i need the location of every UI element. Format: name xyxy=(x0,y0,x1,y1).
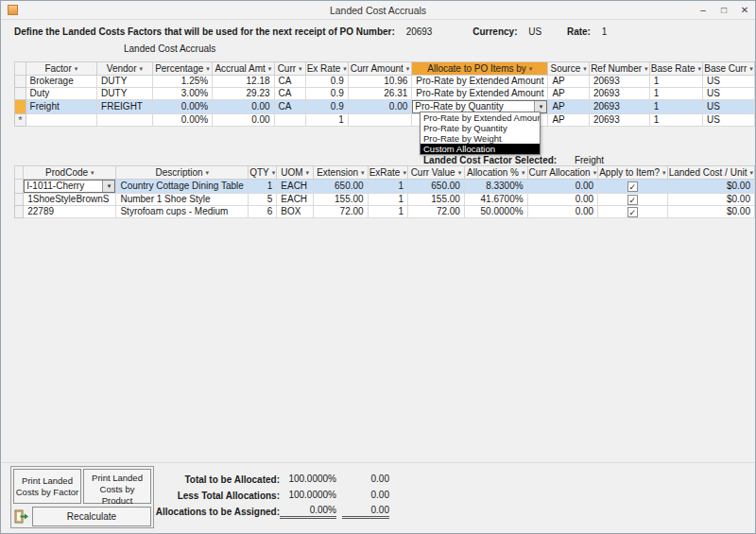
column-header-prodcode[interactable]: ProdCode▾ xyxy=(24,166,116,180)
row-selector[interactable] xyxy=(15,76,26,88)
cell-accrual-amt[interactable]: 0.00 xyxy=(213,100,274,114)
cell-base-rate[interactable]: 1 xyxy=(649,114,702,127)
cell-curr-value[interactable]: 155.00 xyxy=(407,194,464,206)
row-selector[interactable]: * xyxy=(15,114,26,127)
column-dropdown-icon[interactable]: ▾ xyxy=(662,169,666,177)
cell-curr-allocation[interactable]: 0.00 xyxy=(527,194,598,206)
cell-allocation[interactable]: 8.3300% xyxy=(464,180,527,194)
cell-landed-cost-unit[interactable]: $0.00 xyxy=(667,180,754,194)
cell-percentage[interactable]: 0.00% xyxy=(152,114,212,127)
cell-description[interactable]: Country Cottage Dining Table xyxy=(116,180,249,194)
cell-factor[interactable] xyxy=(26,114,96,127)
column-dropdown-icon[interactable]: ▾ xyxy=(593,169,597,177)
cell-percentage[interactable]: 1.25% xyxy=(152,76,212,88)
combo-dropdown-button[interactable]: ▾ xyxy=(102,181,114,192)
column-header-curr-value[interactable]: Curr Value▾ xyxy=(407,166,464,180)
cell-accrual-amt[interactable]: 12.18 xyxy=(213,76,274,88)
column-dropdown-icon[interactable]: ▾ xyxy=(299,65,302,73)
cell-curr-value[interactable]: 650.00 xyxy=(407,180,464,194)
column-header-landed-cost-unit[interactable]: Landed Cost / Unit▾ xyxy=(667,166,754,180)
column-header-source[interactable]: Source▾ xyxy=(548,62,589,76)
cell-qty[interactable]: 6 xyxy=(249,206,277,218)
cell-curr[interactable]: CA xyxy=(274,100,305,114)
cell-extension[interactable]: 650.00 xyxy=(314,180,369,194)
cell-source[interactable]: AP xyxy=(548,100,589,114)
cell-accrual-amt[interactable]: 0.00 xyxy=(213,114,274,127)
cell-uom[interactable]: EACH xyxy=(277,194,314,206)
column-header-accrual-amt[interactable]: Accrual Amt▾ xyxy=(213,62,274,76)
cell-curr-value[interactable]: 72.00 xyxy=(407,206,464,218)
column-dropdown-icon[interactable]: ▾ xyxy=(697,65,701,73)
cell-description[interactable]: Styrofoam cups - Medium xyxy=(116,206,249,218)
cell-base-curr[interactable]: US xyxy=(703,100,755,114)
cell-factor[interactable]: Freight xyxy=(26,100,96,114)
dropdown-option[interactable]: Custom Allocation xyxy=(421,144,540,154)
select-all-corner[interactable] xyxy=(15,62,26,76)
row-selector[interactable] xyxy=(15,100,26,114)
cell-source[interactable]: AP xyxy=(548,88,589,100)
cell-allocate-to-po-items-by[interactable]: Pro-Rate by Extended Amount xyxy=(412,88,548,100)
cell-base-curr[interactable]: US xyxy=(703,76,755,88)
cell-uom[interactable]: EACH xyxy=(277,180,314,194)
column-header-curr[interactable]: Curr▾ xyxy=(274,62,305,76)
cell-curr-amount[interactable]: 26.31 xyxy=(348,88,412,100)
cell-prodcode[interactable]: I-1011-Cherry▾ xyxy=(24,180,116,194)
column-dropdown-icon[interactable]: ▾ xyxy=(644,65,648,73)
column-dropdown-icon[interactable]: ▾ xyxy=(406,65,410,73)
row-selector[interactable] xyxy=(15,180,24,194)
cell-uom[interactable]: BOX xyxy=(277,206,314,218)
cell-vendor[interactable]: DUTY xyxy=(97,76,153,88)
column-dropdown-icon[interactable]: ▾ xyxy=(272,169,276,177)
cell-landed-cost-unit[interactable]: $0.00 xyxy=(667,206,754,218)
cell-allocate-to-po-items-by[interactable]: Pro-Rate by Extended Amount xyxy=(412,76,548,88)
cell-base-curr[interactable]: US xyxy=(703,114,755,127)
maximize-button[interactable]: □ xyxy=(713,1,734,19)
prodcode-combobox[interactable]: I-1011-Cherry▾ xyxy=(24,180,115,193)
select-all-corner[interactable] xyxy=(15,166,24,180)
cell-factor[interactable]: Duty xyxy=(26,88,96,100)
cell-percentage[interactable]: 0.00% xyxy=(152,100,212,114)
cell-ref-number[interactable]: 20693 xyxy=(589,88,649,100)
column-dropdown-icon[interactable]: ▾ xyxy=(403,169,406,177)
column-dropdown-icon[interactable]: ▾ xyxy=(361,169,365,177)
column-header-percentage[interactable]: Percentage▾ xyxy=(152,62,212,76)
minimize-button[interactable]: – xyxy=(693,1,713,19)
apply-checkbox[interactable]: ✓ xyxy=(627,207,638,217)
cell-ref-number[interactable]: 20693 xyxy=(589,100,649,114)
close-button[interactable]: ✕ xyxy=(734,1,755,19)
cell-factor[interactable]: Brokerage xyxy=(26,76,96,88)
dropdown-option[interactable]: Pro-Rate by Weight xyxy=(421,133,540,144)
column-dropdown-icon[interactable]: ▾ xyxy=(522,169,525,177)
column-header-factor[interactable]: Factor▾ xyxy=(26,62,96,76)
column-header-vendor[interactable]: Vendor▾ xyxy=(97,62,153,76)
cell-description[interactable]: Number 1 Shoe Style xyxy=(116,194,249,206)
row-selector[interactable] xyxy=(15,88,26,100)
column-header-allocate-to-po-items-by[interactable]: Allocate to PO Items by▾ xyxy=(412,62,548,76)
cell-landed-cost-unit[interactable]: $0.00 xyxy=(667,194,754,206)
dropdown-option[interactable]: Pro-Rate by Extended Amount xyxy=(421,112,540,123)
column-header-apply-to-item[interactable]: Apply to Item?▾ xyxy=(598,166,667,180)
apply-checkbox[interactable]: ✓ xyxy=(627,195,638,205)
cell-allocation[interactable]: 50.0000% xyxy=(464,206,527,218)
print-costs-by-factor-button[interactable]: Print Landed Costs by Factor xyxy=(13,469,81,504)
column-dropdown-icon[interactable]: ▾ xyxy=(140,65,144,73)
cell-curr[interactable]: CA xyxy=(274,88,305,100)
cell-apply-to-item[interactable]: ✓ xyxy=(598,194,667,206)
cell-curr[interactable] xyxy=(274,114,305,127)
column-dropdown-icon[interactable]: ▾ xyxy=(306,169,310,177)
row-selector[interactable] xyxy=(15,206,24,218)
cell-percentage[interactable]: 3.00% xyxy=(152,88,212,100)
cell-prodcode[interactable]: 1ShoeStyleBrownS xyxy=(24,194,116,206)
column-header-curr-amount[interactable]: Curr Amount▾ xyxy=(348,62,412,76)
cell-base-rate[interactable]: 1 xyxy=(649,88,702,100)
column-header-base-rate[interactable]: Base Rate▾ xyxy=(649,62,702,76)
dropdown-option[interactable]: Pro-Rate by Quantity xyxy=(421,123,540,133)
cell-exrate[interactable]: 1 xyxy=(368,194,407,206)
cell-ex-rate[interactable]: 0.9 xyxy=(305,88,348,100)
cell-curr-amount[interactable]: 0.00 xyxy=(348,100,412,114)
cell-ex-rate[interactable]: 0.9 xyxy=(305,76,348,88)
column-header-curr-allocation[interactable]: Curr Allocation▾ xyxy=(527,166,598,180)
cell-ref-number[interactable]: 20693 xyxy=(589,76,649,88)
cell-qty[interactable]: 5 xyxy=(249,194,277,206)
cell-apply-to-item[interactable]: ✓ xyxy=(598,206,667,218)
